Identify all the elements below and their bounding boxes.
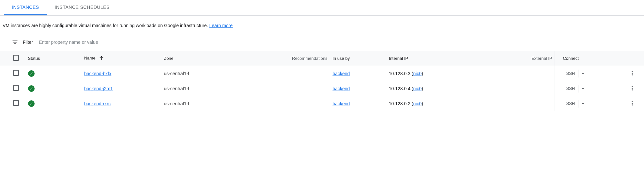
row-checkbox-cell (0, 81, 25, 96)
ssh-button-group: SSH (563, 85, 588, 93)
row-zone-cell: us-central1-f (161, 66, 236, 81)
header-more (621, 51, 644, 66)
select-all-checkbox[interactable] (13, 55, 19, 61)
filter-label: Filter (23, 40, 33, 45)
ssh-button-group: SSH (563, 100, 588, 108)
row-connect-cell: SSH (555, 81, 621, 96)
row-checkbox[interactable] (13, 100, 19, 106)
row-status-cell (25, 96, 82, 111)
row-more-cell (621, 81, 644, 96)
header-name[interactable]: Name (82, 51, 161, 66)
row-recommendations-cell (236, 81, 330, 96)
header-in-use-by[interactable]: In use by (330, 51, 386, 66)
instance-name-link[interactable]: backend-rxrc (84, 101, 111, 106)
row-internal-ip-cell: 10.128.0.3 (nic0) (386, 66, 494, 81)
instance-name-link[interactable]: backend-bxfx (84, 71, 111, 76)
row-external-ip-cell (494, 81, 555, 96)
nic-link[interactable]: nic0 (413, 101, 422, 106)
row-internal-ip-cell: 10.128.0.4 (nic0) (386, 81, 494, 96)
sort-ascending-icon (99, 55, 104, 62)
row-name-cell: backend-j2m1 (82, 81, 161, 96)
ssh-button[interactable]: SSH (563, 85, 578, 92)
row-connect-cell: SSH (555, 96, 621, 111)
ssh-button[interactable]: SSH (563, 70, 578, 77)
row-zone-cell: us-central1-f (161, 96, 236, 111)
status-running-icon (28, 85, 35, 92)
row-name-cell: backend-rxrc (82, 96, 161, 111)
row-external-ip-cell (494, 96, 555, 111)
row-in-use-cell: backend (330, 81, 386, 96)
row-status-cell (25, 66, 82, 81)
filter-input[interactable] (38, 38, 641, 46)
header-name-label: Name (84, 56, 96, 60)
header-internal-ip[interactable]: Internal IP (386, 51, 494, 66)
row-in-use-cell: backend (330, 96, 386, 111)
more-actions-button[interactable] (628, 69, 636, 77)
header-checkbox-cell (0, 51, 25, 66)
status-running-icon (28, 100, 35, 107)
row-external-ip-cell (494, 66, 555, 81)
ssh-button[interactable]: SSH (563, 100, 578, 107)
filter-icon[interactable] (12, 39, 18, 45)
header-connect: Connect (555, 51, 621, 66)
in-use-by-link[interactable]: backend (332, 86, 350, 91)
description-text: VM instances are highly configurable vir… (0, 16, 261, 36)
description-body: VM instances are highly configurable vir… (3, 23, 209, 28)
header-zone[interactable]: Zone (161, 51, 236, 66)
status-running-icon (28, 70, 35, 77)
row-checkbox[interactable] (13, 70, 19, 76)
nic-link[interactable]: nic0 (413, 71, 422, 76)
row-status-cell (25, 81, 82, 96)
row-recommendations-cell (236, 66, 330, 81)
tabs-bar: INSTANCES INSTANCE SCHEDULES (0, 0, 644, 16)
in-use-by-link[interactable]: backend (332, 71, 350, 76)
learn-more-link[interactable]: Learn more (209, 23, 233, 28)
internal-ip-value: 10.128.0.2 (389, 101, 410, 106)
header-recommendations[interactable]: Recommendations (236, 51, 330, 66)
row-recommendations-cell (236, 96, 330, 111)
ssh-dropdown-button[interactable] (578, 100, 588, 108)
ssh-button-group: SSH (563, 70, 588, 77)
tab-instance-schedules[interactable]: INSTANCE SCHEDULES (47, 0, 117, 15)
tab-instances[interactable]: INSTANCES (4, 0, 47, 15)
filter-bar: Filter (0, 36, 644, 51)
nic-paren-close: ) (422, 71, 423, 76)
nic-paren-close: ) (422, 101, 423, 106)
more-actions-button[interactable] (628, 84, 636, 92)
internal-ip-value: 10.128.0.4 (389, 86, 410, 91)
table-row: backend-bxfx us-central1-f backend 10.12… (0, 66, 644, 81)
table-row: backend-rxrc us-central1-f backend 10.12… (0, 96, 644, 111)
row-checkbox-cell (0, 96, 25, 111)
row-more-cell (621, 66, 644, 81)
instance-name-link[interactable]: backend-j2m1 (84, 86, 113, 91)
table-row: backend-j2m1 us-central1-f backend 10.12… (0, 81, 644, 96)
header-status[interactable]: Status (25, 51, 82, 66)
more-actions-button[interactable] (628, 99, 636, 107)
in-use-by-link[interactable]: backend (332, 101, 350, 106)
row-checkbox-cell (0, 66, 25, 81)
row-zone-cell: us-central1-f (161, 81, 236, 96)
ssh-dropdown-button[interactable] (578, 85, 588, 93)
table-header-row: Status Name Zone Recommendations In use … (0, 51, 644, 66)
row-more-cell (621, 96, 644, 111)
row-checkbox[interactable] (13, 85, 19, 91)
instances-table: Status Name Zone Recommendations In use … (0, 51, 644, 111)
row-internal-ip-cell: 10.128.0.2 (nic0) (386, 96, 494, 111)
nic-paren-close: ) (422, 86, 423, 91)
nic-link[interactable]: nic0 (413, 86, 422, 91)
row-in-use-cell: backend (330, 66, 386, 81)
row-name-cell: backend-bxfx (82, 66, 161, 81)
row-connect-cell: SSH (555, 66, 621, 81)
header-external-ip[interactable]: External IP (494, 51, 555, 66)
ssh-dropdown-button[interactable] (578, 70, 588, 77)
internal-ip-value: 10.128.0.3 (389, 71, 410, 76)
